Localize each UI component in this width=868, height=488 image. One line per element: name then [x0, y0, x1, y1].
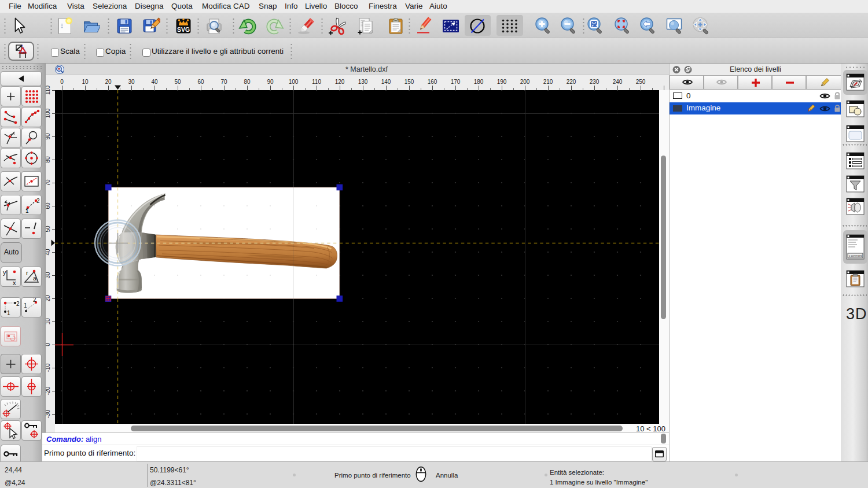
svg-text:80: 80	[244, 79, 251, 85]
svg-text:10: 10	[46, 318, 51, 325]
svg-text:40: 40	[151, 79, 158, 85]
svg-text:100: 100	[46, 108, 51, 118]
svg-text:40: 40	[46, 249, 51, 256]
svg-text:2: 2	[33, 298, 36, 303]
svg-text:-30: -30	[46, 409, 51, 418]
svg-text:1: 1	[24, 302, 27, 309]
svg-text:30: 30	[128, 79, 135, 85]
svg-text:x: x	[13, 279, 16, 286]
svg-text:-20: -20	[46, 386, 51, 395]
svg-text:60: 60	[46, 202, 51, 209]
svg-text:70: 70	[220, 79, 227, 85]
svg-text:60: 60	[197, 79, 204, 85]
svg-text:230: 230	[590, 79, 599, 85]
svg-text:30: 30	[46, 272, 51, 279]
svg-text:210: 210	[543, 79, 553, 85]
svg-text:0: 0	[60, 79, 64, 85]
svg-text:180: 180	[474, 79, 484, 85]
svg-text:70: 70	[46, 179, 51, 186]
svg-text:90: 90	[46, 133, 51, 140]
svg-text:c command: c command	[849, 254, 863, 257]
svg-text:1: 1	[25, 208, 29, 214]
svg-text:140: 140	[381, 79, 391, 85]
svg-text:110: 110	[46, 86, 51, 95]
svg-text:10: 10	[82, 79, 89, 85]
svg-text:50: 50	[174, 79, 181, 85]
svg-text:90: 90	[267, 79, 274, 85]
svg-text:1: 1	[7, 310, 10, 316]
svg-text:2: 2	[16, 301, 20, 307]
svg-text:0: 0	[46, 343, 51, 346]
svg-text:-10: -10	[46, 363, 51, 372]
svg-text:100: 100	[289, 79, 299, 85]
svg-text:120: 120	[335, 79, 345, 85]
svg-text:190: 190	[497, 79, 507, 85]
svg-text:r: r	[26, 269, 28, 276]
svg-text:170: 170	[451, 79, 461, 85]
svg-text:250: 250	[636, 79, 646, 85]
svg-text:SVG: SVG	[177, 26, 190, 33]
svg-text:20: 20	[46, 295, 51, 302]
svg-text:2: 2	[36, 198, 40, 204]
svg-text:80: 80	[46, 156, 51, 163]
svg-text:200: 200	[520, 79, 530, 85]
svg-text:20: 20	[105, 79, 112, 85]
svg-text:160: 160	[428, 79, 437, 85]
svg-text:y: y	[3, 269, 6, 276]
svg-text:130: 130	[358, 79, 368, 85]
svg-text:50: 50	[46, 225, 51, 232]
svg-text:240: 240	[613, 79, 623, 85]
svg-text:150: 150	[404, 79, 414, 85]
svg-text:110: 110	[312, 79, 321, 85]
svg-text:220: 220	[567, 79, 576, 85]
svg-text:a: a	[33, 275, 37, 282]
